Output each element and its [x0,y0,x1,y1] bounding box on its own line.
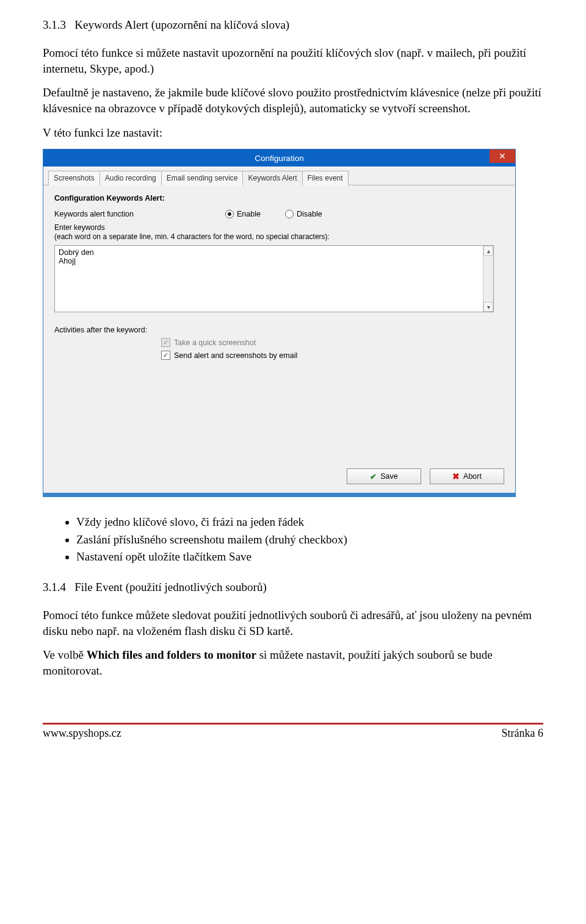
abort-button[interactable]: ✖ Abort [430,468,504,484]
tab-audio-recording[interactable]: Audio recording [99,171,162,185]
radio-dot-icon [225,210,234,218]
tab-email-sending[interactable]: Email sending service [161,171,244,185]
checkbox-label: Take a quick screenshot [174,338,256,347]
radio-enable-label: Enable [237,210,261,218]
scroll-down-icon[interactable]: ▾ [483,302,493,312]
sec-num: 3.1.3 [43,18,66,31]
radio-disable[interactable]: Disable [285,210,322,218]
activities-label: Activities after the keyword: [54,326,225,334]
radio-dot-icon [285,210,294,218]
checkbox-send-email[interactable]: ✓ Send alert and screenshots by email [161,351,297,360]
dialog-title: Configuration [255,154,303,163]
para-314-intro: Pomocí této funkce můžete sledovat použi… [43,607,543,639]
config-dialog-screenshot: Configuration ✕ Screenshots Audio record… [43,149,516,497]
close-icon: ✖ [452,471,460,481]
page-footer: www.spyshops.cz Stránka 6 [0,725,586,758]
close-icon[interactable]: ✕ [490,149,515,163]
keywords-function-label: Keywords alert function [54,210,225,218]
heading-314: 3.1.4 File Event (použití jednotlivých s… [43,581,543,594]
save-button[interactable]: ✔ Save [347,468,421,484]
which-files-option: Which files and folders to monitor [87,648,256,661]
dialog-titlebar[interactable]: Configuration ✕ [43,149,515,167]
para-313-intro: Pomocí této funkce si můžete nastavit up… [43,45,543,76]
para-314-which: Ve volbě Which files and folders to moni… [43,647,543,678]
para-313-canset: V této funkci lze nastavit: [43,125,543,141]
checkbox-take-screenshot[interactable]: ✓ Take a quick screenshot [161,338,256,347]
scrollbar[interactable]: ▴ ▾ [483,246,493,312]
checkbox-icon: ✓ [161,338,170,347]
dialog-bottom-accent [43,493,516,497]
abort-button-label: Abort [463,472,482,481]
sec-num: 3.1.4 [43,581,66,593]
checkbox-label: Send alert and screenshots by email [174,351,297,360]
sec-title: Keywords Alert (upozornění na klíčová sl… [74,18,289,31]
enter-keywords-label: Enter keywords (each word on a separate … [54,223,504,242]
list-item: Vždy jedno klíčové slovo, či frázi na je… [76,514,543,530]
footer-page: Stránka 6 [502,727,543,740]
radio-disable-label: Disable [297,210,322,218]
save-button-label: Save [380,472,398,481]
dialog-tabs: Screenshots Audio recording Email sendin… [43,167,515,185]
checkbox-icon: ✓ [161,351,170,360]
tab-screenshots[interactable]: Screenshots [48,171,100,185]
keyword-line: Ahoj| [59,257,490,265]
sec-title: File Event (použití jednotlivých souborů… [74,581,267,593]
tab-keywords-alert[interactable]: Keywords Alert [242,171,302,185]
bullets-313: Vždy jedno klíčové slovo, či frázi na je… [43,514,543,565]
footer-site: www.spyshops.cz [43,727,121,740]
scroll-up-icon[interactable]: ▴ [483,246,493,256]
list-item: Nastavení opět uložíte tlačítkem Save [76,549,543,565]
check-icon: ✔ [370,472,377,481]
radio-enable[interactable]: Enable [225,210,261,218]
list-item: Zaslání příslušného screenshotu mailem (… [76,532,543,548]
group-title: Configuration Keywords Alert: [54,194,504,202]
keywords-textarea[interactable]: Dobrý den Ahoj| ▴ ▾ [54,245,494,312]
keyword-line: Dobrý den [59,248,490,257]
para-313-default: Defaultně je nastaveno, že jakmile bude … [43,85,543,116]
tab-files-event[interactable]: Files event [302,171,349,185]
heading-313: 3.1.3 Keywords Alert (upozornění na klíč… [43,18,543,32]
